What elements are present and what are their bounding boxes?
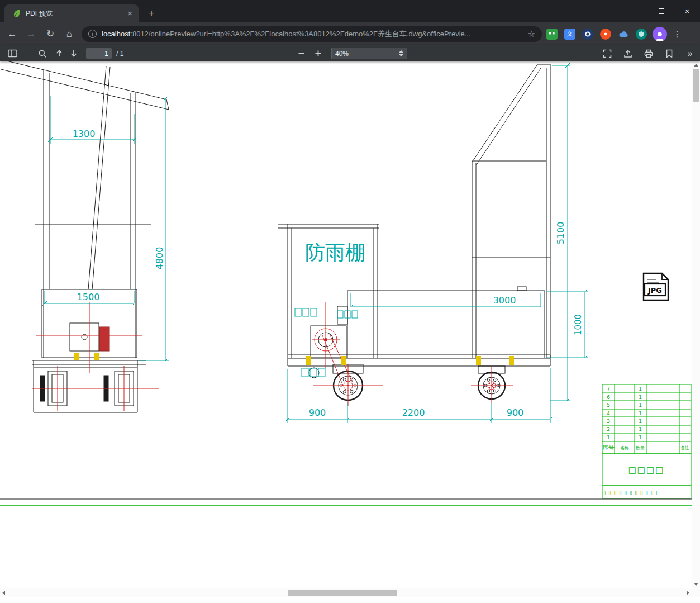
browser-tab[interactable]: PDF预览 × bbox=[4, 4, 139, 22]
url-path: :8012/onlinePreview?url=http%3A%2F%2Floc… bbox=[130, 30, 470, 38]
browser-window: PDF预览 × + – × ← → ↻ ⌂ i localhost:8012/o… bbox=[0, 0, 700, 603]
extension-orange-icon[interactable] bbox=[600, 29, 611, 40]
svg-text:1: 1 bbox=[607, 435, 610, 440]
page-border bbox=[0, 499, 692, 506]
leaf-favicon-icon bbox=[12, 9, 21, 18]
dim-900-right: 900 bbox=[507, 407, 524, 418]
svg-text:1: 1 bbox=[639, 419, 642, 424]
reload-button[interactable]: ↻ bbox=[42, 26, 58, 42]
browser-toolbar: ← → ↻ ⌂ i localhost:8012/onlinePreview?u… bbox=[0, 22, 700, 45]
svg-text:1: 1 bbox=[639, 386, 642, 392]
svg-text:1: 1 bbox=[639, 411, 642, 416]
header-name: 名称 bbox=[620, 445, 629, 450]
horizontal-scrollbar[interactable] bbox=[0, 588, 692, 597]
dim-900-left: 900 bbox=[309, 407, 326, 418]
extensions-area: 文 bbox=[546, 29, 647, 40]
zoom-value: 40% bbox=[335, 50, 349, 58]
svg-text:1: 1 bbox=[639, 435, 642, 440]
open-file-icon[interactable] bbox=[621, 48, 635, 60]
shield-extension-icon[interactable] bbox=[636, 29, 647, 40]
extension-blue-circle-icon[interactable] bbox=[582, 29, 593, 40]
horizontal-scroll-thumb[interactable] bbox=[288, 590, 397, 596]
page-count-label: / 1 bbox=[116, 50, 123, 58]
page-up-button[interactable] bbox=[53, 48, 66, 60]
tab-close-icon[interactable]: × bbox=[125, 8, 135, 18]
front-view bbox=[0, 61, 169, 412]
title-block-text: 7 1 6 1 5 1 4 1 3 1 2 1 1 1 序号 名称 数量 备注 … bbox=[602, 386, 689, 496]
page-info-icon[interactable]: i bbox=[88, 30, 97, 38]
svg-text:1: 1 bbox=[639, 402, 642, 408]
drawing-footer: □□□□□□□□□□ bbox=[604, 490, 657, 496]
profile-avatar[interactable] bbox=[653, 27, 667, 41]
header-remark: 备注 bbox=[680, 445, 689, 450]
new-tab-button[interactable]: + bbox=[144, 7, 159, 21]
fullscreen-icon[interactable] bbox=[601, 48, 614, 60]
cad-drawing: 1300 4800 1500 防雨棚 3000 1000 5100 900 22… bbox=[0, 61, 692, 588]
url-text: localhost:8012/onlinePreview?url=http%3A… bbox=[102, 29, 523, 39]
zoom-out-button[interactable] bbox=[294, 48, 308, 60]
svg-text:3: 3 bbox=[607, 419, 610, 424]
svg-text:2: 2 bbox=[607, 426, 610, 432]
more-tools-icon[interactable]: » bbox=[683, 48, 697, 60]
dim-5100: 5100 bbox=[555, 222, 566, 245]
dim-1500: 1500 bbox=[77, 292, 100, 302]
dim-3000: 3000 bbox=[493, 295, 516, 306]
home-button[interactable]: ⌂ bbox=[61, 26, 77, 42]
scroll-left-arrow-icon[interactable] bbox=[2, 591, 5, 595]
red-hatched-part bbox=[99, 327, 109, 351]
tab-strip: PDF预览 × + – × bbox=[0, 0, 700, 22]
side-view bbox=[278, 64, 550, 400]
dim-4800: 4800 bbox=[154, 247, 165, 270]
browser-menu-kebab-icon[interactable]: ⋮ bbox=[672, 29, 683, 39]
shelter-label: 防雨棚 bbox=[305, 241, 365, 264]
bookmark-icon[interactable] bbox=[663, 48, 676, 60]
svg-text:5: 5 bbox=[607, 402, 610, 408]
maximize-button[interactable] bbox=[649, 0, 674, 22]
zoom-select[interactable]: 40% bbox=[331, 48, 407, 59]
print-icon[interactable] bbox=[642, 48, 655, 60]
dim-1300: 1300 bbox=[73, 129, 96, 139]
motor-center bbox=[324, 338, 327, 341]
jpg-file-icon: JPG bbox=[644, 273, 668, 300]
minimize-button[interactable]: – bbox=[623, 0, 649, 22]
vertical-scroll-thumb[interactable] bbox=[693, 69, 699, 102]
pdf-toolbar: / 1 40% bbox=[0, 45, 700, 61]
svg-text:1: 1 bbox=[639, 395, 642, 400]
translate-extension-icon[interactable]: 文 bbox=[564, 29, 575, 40]
zoom-spinner-icon bbox=[399, 50, 403, 56]
svg-text:4: 4 bbox=[607, 411, 610, 416]
header-no: 序号 bbox=[602, 444, 615, 452]
scroll-right-arrow-icon[interactable] bbox=[687, 591, 689, 595]
page-down-button[interactable] bbox=[67, 48, 80, 60]
tab-title: PDF预览 bbox=[26, 9, 125, 18]
forward-button[interactable]: → bbox=[23, 26, 39, 42]
search-icon[interactable] bbox=[36, 48, 49, 60]
scrollbar-corner bbox=[692, 588, 700, 597]
close-button[interactable]: × bbox=[674, 0, 700, 22]
sidebar-toggle-button[interactable] bbox=[6, 48, 19, 60]
dim-1000: 1000 bbox=[573, 314, 583, 335]
svg-text:7: 7 bbox=[607, 386, 610, 392]
window-controls: – × bbox=[623, 0, 700, 22]
url-host: localhost bbox=[102, 30, 130, 38]
extension-green-icon[interactable] bbox=[546, 29, 558, 40]
document-viewport: 1300 4800 1500 防雨棚 3000 1000 5100 900 22… bbox=[0, 61, 692, 588]
dim-2200: 2200 bbox=[402, 407, 425, 418]
svg-text:1: 1 bbox=[639, 426, 642, 432]
header-qty: 数量 bbox=[636, 445, 645, 450]
drawing-title: □□□□ bbox=[628, 465, 665, 475]
cloud-extension-icon[interactable] bbox=[618, 29, 629, 40]
bookmark-star-icon[interactable]: ☆ bbox=[528, 29, 535, 39]
url-bar[interactable]: i localhost:8012/onlinePreview?url=http%… bbox=[82, 26, 542, 42]
vertical-scrollbar[interactable] bbox=[692, 61, 700, 588]
scroll-down-arrow-icon[interactable] bbox=[694, 583, 698, 586]
svg-text:6: 6 bbox=[607, 395, 610, 400]
jpg-label: JPG bbox=[647, 286, 662, 295]
back-button[interactable]: ← bbox=[4, 26, 20, 42]
page-number-input[interactable] bbox=[86, 48, 112, 59]
title-block bbox=[602, 384, 691, 498]
zoom-in-button[interactable] bbox=[311, 48, 325, 60]
scroll-up-arrow-icon[interactable] bbox=[694, 64, 698, 67]
dimension-labels: 1300 4800 1500 防雨棚 3000 1000 5100 900 22… bbox=[73, 129, 583, 418]
